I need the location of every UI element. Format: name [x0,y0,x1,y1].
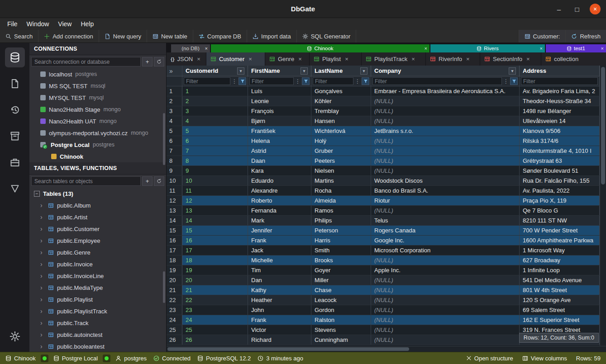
cell-company[interactable]: (NULL) [371,335,520,345]
table-item[interactable]: › public.InvoiceLine [29,270,166,282]
menu-help[interactable]: Help [76,19,98,29]
new-table-button[interactable]: New table [147,30,193,43]
cell-lastname[interactable]: Nielsen [311,166,371,175]
cell-address[interactable]: Klanova 9/506 [520,126,600,136]
connection-item[interactable]: olympus-medportal.vychozi.cz mongo [29,127,166,139]
column-header-company[interactable]: Company ▾ [371,66,520,76]
cell-company[interactable]: (NULL) [371,106,520,116]
close-icon[interactable]: × [466,56,470,62]
connection-item[interactable]: Postgre Local postgres [29,139,166,151]
collapse-icon[interactable]: − [34,191,40,197]
table-row[interactable]: 16 16 Frank Harris Google Inc. 1600 Amph… [167,236,600,246]
cell-lastname[interactable]: Ramos [311,206,371,215]
filter-funnel-icon[interactable] [362,77,369,85]
cell-firstname[interactable]: Alexandre [248,186,311,195]
cell-customerid[interactable]: 10 [182,176,248,185]
cell-firstname[interactable]: Leonie [248,96,311,106]
tab-json[interactable]: {} JSON × [167,52,206,66]
cell-firstname[interactable]: Frank [248,236,311,245]
view-columns-button[interactable]: View columns [522,355,567,362]
table-row[interactable]: 6 6 Helena Holý (NULL) Rilská 3174/6 [167,136,600,146]
cell-customerid[interactable]: 22 [182,295,248,305]
tables-search-input[interactable] [31,176,141,186]
table-row[interactable]: 10 10 Eduardo Martins Woodstock Discos R… [167,176,600,186]
compare-db-button[interactable]: Compare DB [193,30,247,43]
cell-customerid[interactable]: 5 [182,126,248,136]
cell-company[interactable]: (NULL) [371,325,520,335]
vertical-scrollbar-thumb[interactable] [601,67,605,184]
row-number[interactable]: 19 [167,265,182,275]
chevron-right-icon[interactable]: › [40,260,45,268]
cell-customerid[interactable]: 4 [182,116,248,126]
cell-company[interactable]: Telus [371,216,520,225]
new-query-button[interactable]: New query [99,30,147,43]
row-number[interactable]: 23 [167,305,182,315]
minimize-button[interactable]: – [554,4,564,14]
tables-scrollbar[interactable] [163,271,165,303]
connection-item[interactable]: Chinook [29,151,166,162]
cell-lastname[interactable]: Cunningham [311,335,371,345]
column-header-firstname[interactable]: FirstName ▾ [248,66,311,76]
table-item[interactable]: › public.Artist [29,211,166,223]
chevron-right-icon[interactable]: › [40,296,45,303]
cell-address[interactable]: Grétrystraat 63 [520,156,600,165]
vertical-scrollbar[interactable] [600,66,606,346]
cell-company[interactable]: (NULL) [371,96,520,106]
close-button[interactable]: × [590,4,601,14]
kebab-menu-icon[interactable]: ⋮ [232,78,237,85]
cell-lastname[interactable]: Almeida [311,196,371,205]
close-icon[interactable]: × [345,56,348,62]
table-row[interactable]: 22 22 Heather Leacock (NULL) 120 S Orang… [167,295,600,305]
db-tab-nodb[interactable]: (no DB) × [171,44,210,52]
close-icon[interactable]: × [411,56,415,62]
table-row[interactable]: 4 4 Bjørn Hansen (NULL) Ullevålsveien 14 [167,116,600,126]
table-row[interactable]: 3 3 François Tremblay (NULL) 1498 rue Bé… [167,106,600,116]
cell-address[interactable]: 627 Broadway [520,255,600,265]
maximize-button[interactable]: □ [572,4,582,14]
row-number[interactable]: 7 [167,146,182,156]
cell-lastname[interactable]: Rocha [311,186,371,195]
cell-firstname[interactable]: François [248,106,311,116]
table-row[interactable]: 19 19 Tim Goyer Apple Inc. 1 Infinite Lo… [167,265,600,275]
cell-company[interactable]: (NULL) [371,136,520,146]
cell-customerid[interactable]: 20 [182,275,248,285]
cell-lastname[interactable]: Martins [311,176,371,185]
cell-lastname[interactable]: Goyer [311,265,371,275]
cell-address[interactable]: 1 Microsoft Way [520,246,600,255]
cell-firstname[interactable]: Jack [248,246,311,255]
row-number[interactable]: 13 [167,206,182,215]
table-item[interactable]: › public.booleantest [29,340,166,352]
search-button[interactable]: Search [0,30,38,43]
cell-firstname[interactable]: Victor [248,325,311,335]
table-item[interactable]: › public.Playlist [29,293,166,305]
column-header-address[interactable]: Address [520,66,600,76]
cell-customerid[interactable]: 8 [182,156,248,165]
table-item[interactable]: › public.Genre [29,246,166,258]
cell-company[interactable]: Banco do Brasil S.A. [371,186,520,195]
table-row[interactable]: 20 20 Dan Miller (NULL) 541 Del Medio Av… [167,275,600,285]
cell-address[interactable]: 8210 111 ST NW [520,216,600,225]
cell-address[interactable]: 120 S Orange Ave [520,295,600,305]
cell-address[interactable]: Rilská 3174/6 [520,136,600,146]
db-tab-chinook[interactable]: Chinook × [211,44,429,52]
connections-scrollbar[interactable] [163,113,165,165]
table-row[interactable]: 18 18 Michelle Brooks (NULL) 627 Broadwa… [167,255,600,265]
table-row[interactable]: 7 7 Astrid Gruber (NULL) Rotenturmstraße… [167,146,600,156]
table-row[interactable]: 24 24 Frank Ralston (NULL) 162 E Superio… [167,315,600,325]
close-icon[interactable]: × [601,46,604,51]
add-connection-button[interactable]: Add connection [38,30,99,43]
cell-customerid[interactable]: 16 [182,236,248,245]
chevron-right-icon[interactable]: › [40,237,45,244]
filter-funnel-icon[interactable] [239,77,246,85]
cell-firstname[interactable]: Jennifer [248,226,311,235]
cell-address[interactable]: 801 W 4th Street [520,285,600,295]
cell-firstname[interactable]: Michelle [248,255,311,265]
chevron-right-icon[interactable]: › [40,319,45,326]
cell-firstname[interactable]: Kathy [248,285,311,295]
row-number[interactable]: 2 [167,96,182,106]
column-dropdown-icon[interactable]: ▾ [301,67,308,75]
cell-customerid[interactable]: 1 [182,86,248,96]
cell-lastname[interactable]: Hansen [311,116,371,126]
table-row[interactable]: 12 12 Roberto Almeida Riotur Praça Pio X… [167,196,600,206]
cell-customerid[interactable]: 24 [182,315,248,325]
